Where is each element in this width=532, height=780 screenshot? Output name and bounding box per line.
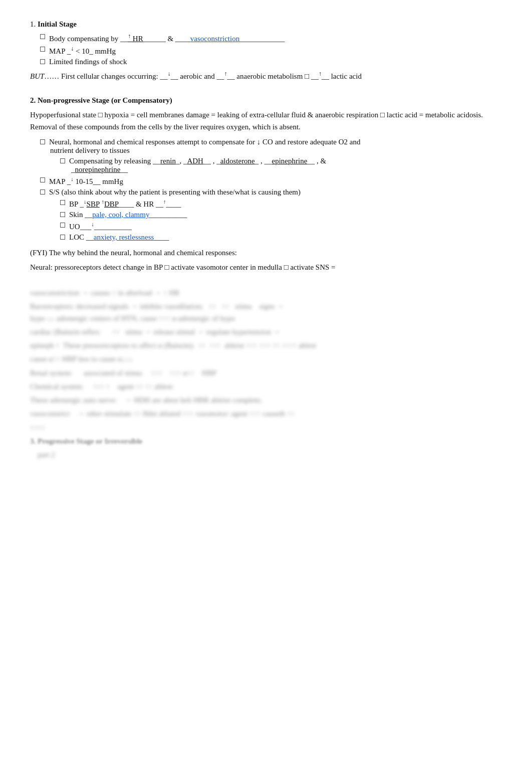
skin-value: pale, cool, clammy (92, 211, 149, 219)
section1-number: 1. (30, 20, 36, 28)
bullet1-text: Body compensating by __↑ HR______ & ____… (49, 33, 285, 43)
blurred-line-3: epineph ↑ These pressoreceptors to affec… (30, 340, 502, 351)
bullet-box-icon (60, 158, 65, 163)
blurred-line-7: These adrenergic auto nerve: → HDH are a… (30, 395, 502, 406)
blurred-line-6: Chemical system: ↑↑↑ ↑ agent ↑↑ ↑↑ ables… (30, 381, 502, 393)
blurred-line-2: cardiac (Bainzin reflex: ↑↑ stimu → rele… (30, 326, 502, 338)
bullet-box-icon (40, 189, 45, 194)
section1-title-text: Initial Stage (38, 20, 77, 28)
bullet-box-icon (40, 139, 45, 144)
but-line: BUT…… First cellular changes occurring: … (30, 69, 502, 82)
blurred-line-5: Renal system: associated of stimu: ↑↑↑ ↑… (30, 367, 502, 379)
blurred-section3-title: 3. Progressive Stage or Irreversible (30, 436, 502, 447)
blurred-line-9: ↑↑↑↑ (30, 422, 502, 434)
ss-bullet: S/S (also think about why the patient is… (30, 188, 502, 197)
section1-bullet3: Limited findings of shock (30, 58, 502, 66)
bullet3-text: Limited findings of shock (49, 58, 127, 66)
neural-line: Neural: pressoreceptors detect change in… (30, 261, 502, 273)
bullet-box-icon (40, 34, 45, 39)
aldosterone-text: aldosterone (220, 157, 255, 165)
blurred-section3-content: part 2 (30, 449, 502, 461)
norepinephrine-text: norepinephrine (75, 165, 121, 173)
map-bullet: MAP _↓ 10-15__ mmHg (30, 176, 502, 186)
bullet-box-icon (40, 59, 45, 64)
bullet1-vaso: vasoconstriction (190, 35, 239, 43)
section1-bullet1: Body compensating by __↑ HR______ & ____… (30, 33, 502, 43)
bullet-box-icon (40, 177, 45, 182)
bullet2-text: MAP _↓ < 10_ mmHg (49, 45, 116, 56)
bullet-box-icon (60, 200, 65, 205)
blurred-line-0: vasoconstriction → causes ↑ in afterload… (30, 287, 502, 299)
blurred-line-4: cause α↑↑ HBP less to cause α↓↓↓ (30, 353, 502, 365)
renin-text: renin (160, 157, 176, 165)
section1-title: 1. Initial Stage (30, 20, 502, 29)
bullet-box-icon (60, 212, 65, 217)
bp-bullet: BP _↓SBP ↑DBP____ & HR __↑____ (30, 199, 502, 209)
fyi-line: (FYI) The why behind the neural, hormona… (30, 247, 502, 259)
compensating-bullet: Compensating by releasing __renin_, _ADH… (30, 157, 502, 174)
section2-para1: Hypoperfusional state □ hypoxia = cell m… (30, 109, 502, 133)
blurred-line-8: vasoconstrict → other stimulate ↑↑ Hdst … (30, 408, 502, 420)
blurred-line-1: Baroreceptors: decreased signals → inhib… (30, 301, 502, 324)
uo-bullet: UO___↓__________ (30, 221, 502, 231)
bullet1-hr: ↑ HR (128, 35, 143, 43)
section2-title: 2. Non-progressive Stage (or Compensator… (30, 96, 502, 105)
section-1: 1. Initial Stage Body compensating by __… (30, 20, 502, 82)
section1-bullet2: MAP _↓ < 10_ mmHg (30, 45, 502, 56)
section-2: 2. Non-progressive Stage (or Compensator… (30, 96, 502, 273)
bullet-box-icon (60, 223, 65, 228)
ADH-text: ADH (187, 157, 203, 165)
bullet-box-icon (40, 47, 45, 52)
epinephrine-text: epinephrine (272, 157, 308, 165)
skin-bullet: Skin __pale, cool, clammy__________ (30, 211, 502, 219)
neural-bullet: Neural, hormonal and chemical responses … (30, 138, 502, 155)
loc-value: anxiety, restlessness (94, 233, 154, 241)
bullet-box-icon (60, 235, 65, 240)
loc-bullet: LOC __anxiety, restlessness____ (30, 233, 502, 242)
blurred-section: vasoconstriction → causes ↑ in afterload… (30, 287, 502, 461)
